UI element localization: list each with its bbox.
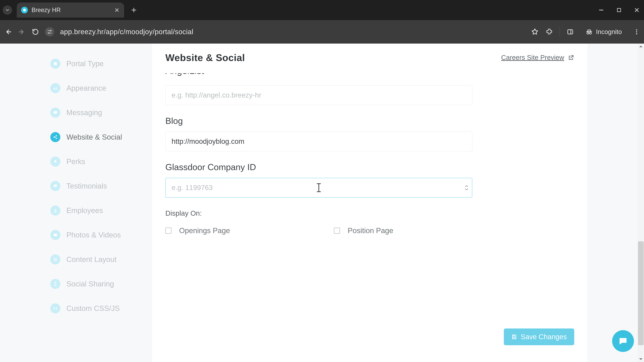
sidebar-item-label: Custom CSS/JS bbox=[66, 304, 120, 313]
field-heading-angellist: AngelList bbox=[165, 73, 574, 76]
sidebar-item-label: Social Sharing bbox=[66, 280, 114, 288]
svg-point-14 bbox=[55, 209, 56, 210]
scroll-down-icon bbox=[638, 357, 643, 361]
tune-icon bbox=[47, 29, 52, 35]
social-sharing-icon bbox=[50, 279, 60, 289]
sidebar-item-testimonials[interactable]: Testimonials bbox=[50, 181, 141, 191]
maximize-icon bbox=[616, 7, 622, 13]
new-tab-button[interactable] bbox=[130, 7, 137, 13]
portal-type-icon bbox=[50, 59, 60, 69]
incognito-indicator[interactable]: Incognito bbox=[580, 26, 626, 37]
display-on-section: Display On: Openings Page Position Page bbox=[165, 209, 574, 235]
sidebar-item-content-layout[interactable]: Content Layout bbox=[50, 254, 141, 265]
incognito-label: Incognito bbox=[596, 28, 622, 35]
window-close-button[interactable] bbox=[634, 7, 640, 13]
chat-fab-button[interactable] bbox=[612, 330, 634, 352]
save-changes-button[interactable]: Save Changes bbox=[504, 329, 574, 345]
browser-menu-button[interactable] bbox=[633, 28, 640, 35]
sidebar-item-social-sharing[interactable]: Social Sharing bbox=[50, 279, 141, 289]
extensions-button[interactable] bbox=[546, 28, 553, 35]
svg-point-8 bbox=[636, 31, 637, 32]
glassdoor-field: Glassdoor Company ID bbox=[165, 162, 574, 198]
browser-chrome: Breezy HR bbox=[0, 0, 644, 43]
svg-point-6 bbox=[590, 32, 592, 34]
checkbox-label: Position Page bbox=[348, 226, 393, 235]
puzzle-icon bbox=[546, 28, 553, 35]
sidebar-item-label: Testimonials bbox=[66, 182, 107, 190]
custom-css-js-icon bbox=[50, 303, 60, 313]
chevron-down-icon bbox=[5, 7, 10, 12]
sidebar-item-label: Employees bbox=[66, 206, 103, 215]
angellist-input[interactable] bbox=[165, 85, 472, 105]
nav-forward-button[interactable] bbox=[18, 28, 26, 36]
bookmark-button[interactable] bbox=[531, 28, 539, 36]
nav-back-button[interactable] bbox=[4, 28, 12, 36]
employees-icon bbox=[50, 205, 60, 216]
window-maximize-button[interactable] bbox=[616, 7, 622, 13]
incognito-icon bbox=[585, 28, 593, 36]
tabs-dropdown-button[interactable] bbox=[3, 5, 12, 15]
sidebar-item-portal-type[interactable]: Portal Type bbox=[50, 59, 141, 69]
messaging-icon bbox=[50, 108, 60, 118]
position-page-checkbox-row[interactable]: Position Page bbox=[334, 226, 393, 235]
sidebar-item-label: Appearance bbox=[66, 84, 106, 92]
sidebar-item-label: Portal Type bbox=[66, 59, 104, 68]
chevron-down-icon bbox=[464, 188, 468, 191]
field-heading-blog: Blog bbox=[165, 116, 574, 126]
sidebar-item-messaging[interactable]: Messaging bbox=[50, 108, 141, 118]
url-text[interactable]: app.breezy.hr/app/c/moodjoy/portal/socia… bbox=[60, 28, 525, 36]
sidebar-item-appearance[interactable]: Appearance bbox=[50, 83, 141, 93]
address-bar: app.breezy.hr/app/c/moodjoy/portal/socia… bbox=[0, 20, 644, 43]
preview-link-label: Careers Site Preview bbox=[501, 54, 564, 61]
svg-point-7 bbox=[636, 29, 637, 30]
tab-title: Breezy HR bbox=[32, 6, 110, 13]
checkbox-icon bbox=[165, 228, 172, 234]
reload-icon bbox=[32, 28, 39, 36]
checkbox-label: Openings Page bbox=[179, 226, 230, 235]
window-minimize-button[interactable] bbox=[598, 7, 604, 13]
angellist-heading-clipped: AngelList bbox=[165, 73, 574, 81]
sidebar-item-perks[interactable]: Perks bbox=[50, 157, 141, 167]
careers-site-preview-link[interactable]: Careers Site Preview bbox=[501, 54, 574, 61]
kebab-menu-icon bbox=[633, 28, 640, 35]
sidebar-item-custom-css-js[interactable]: Custom CSS/JS bbox=[50, 303, 141, 313]
checkbox-icon bbox=[334, 228, 340, 234]
tab-favicon bbox=[21, 7, 28, 13]
card-header: Website & Social Careers Site Preview bbox=[152, 43, 588, 63]
sidebar-item-label: Photos & Videos bbox=[66, 231, 121, 239]
sidebar-item-label: Messaging bbox=[66, 108, 102, 117]
site-settings-button[interactable] bbox=[45, 27, 54, 36]
nav-reload-button[interactable] bbox=[32, 28, 39, 36]
breezy-favicon-icon bbox=[23, 8, 26, 12]
field-heading-glassdoor: Glassdoor Company ID bbox=[165, 162, 574, 172]
svg-point-0 bbox=[23, 9, 26, 11]
svg-rect-10 bbox=[54, 62, 57, 65]
browser-tab[interactable]: Breezy HR bbox=[17, 2, 124, 17]
openings-page-checkbox-row[interactable]: Openings Page bbox=[165, 226, 230, 235]
scrollbar-thumb[interactable] bbox=[638, 241, 644, 345]
number-stepper[interactable] bbox=[464, 185, 468, 191]
testimonials-icon bbox=[50, 181, 60, 191]
sidebar-item-photos-videos[interactable]: Photos & Videos bbox=[50, 230, 141, 240]
chat-icon bbox=[618, 336, 628, 346]
sidebar-item-employees[interactable]: Employees bbox=[50, 205, 141, 216]
sidebar-item-label: Perks bbox=[66, 157, 85, 166]
arrow-right-icon bbox=[18, 28, 26, 36]
glassdoor-company-id-input[interactable] bbox=[165, 178, 472, 198]
close-icon bbox=[114, 7, 120, 13]
svg-rect-1 bbox=[617, 8, 621, 12]
svg-point-2 bbox=[50, 30, 51, 31]
content-layout-icon bbox=[50, 254, 60, 265]
svg-rect-4 bbox=[568, 30, 572, 34]
arrow-left-icon bbox=[4, 28, 12, 36]
side-panel-button[interactable] bbox=[566, 28, 574, 35]
sidebar-item-website-social[interactable]: Website & Social bbox=[50, 132, 141, 142]
page-scrollbar[interactable] bbox=[638, 43, 644, 362]
external-link-icon bbox=[568, 54, 574, 61]
tab-close-button[interactable] bbox=[114, 7, 120, 13]
perks-icon bbox=[50, 157, 60, 167]
appearance-icon bbox=[50, 83, 60, 93]
card-body: AngelList Blog Glassdoor Company ID bbox=[152, 63, 588, 235]
side-panel-icon bbox=[566, 28, 574, 35]
blog-input[interactable] bbox=[165, 132, 472, 151]
